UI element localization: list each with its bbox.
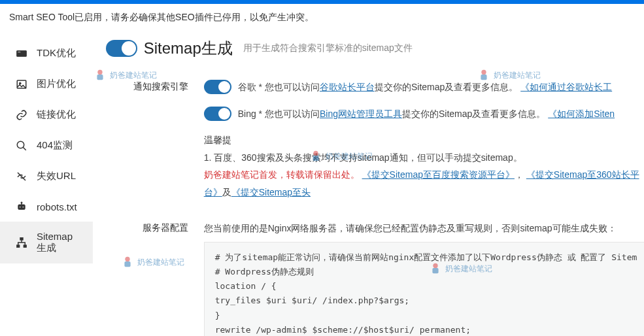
tip2-and: 及 [222, 187, 231, 197]
svg-rect-12 [20, 238, 24, 241]
sidebar-item-image[interactable]: 图片优化 [0, 69, 93, 99]
google-guide-link[interactable]: 《如何通过谷歌站长工 [520, 82, 612, 92]
tip-2-red: 奶爸建站笔记首发，转载请保留出处。 [204, 169, 360, 180]
sidebar-item-label: 404监测 [37, 139, 73, 152]
sidebar-item-label: 图片优化 [37, 78, 76, 90]
svg-rect-13 [17, 245, 20, 248]
sidebar-item-broken-url[interactable]: 失效URL [0, 161, 93, 192]
search-icon [16, 140, 27, 152]
svg-rect-14 [24, 245, 27, 248]
google-suffix: 提交你的Sitemap及查看更多信息。 [375, 82, 518, 92]
svg-point-9 [22, 207, 24, 208]
bing-tools-link[interactable]: Bing网站管理员工具 [320, 109, 402, 119]
bing-guide-link[interactable]: 《如何添加Siten [548, 109, 615, 119]
sidebar-item-label: TDK优化 [37, 47, 76, 59]
sidebar: TDK优化 图片优化 链接优化 404监测 失效URL robots.txt [0, 31, 93, 336]
bing-text: Bing * 您也可以访问Bing网站管理员工具提交你的Sitemap及查看更多… [238, 105, 615, 123]
page-subtitle: 用于生成符合搜索引擎标准的sitemap文件 [243, 42, 413, 54]
svg-point-3 [19, 82, 21, 84]
submit-toutiao-link[interactable]: 《提交Sitemap至头 [231, 187, 311, 197]
sitemap-master-toggle[interactable] [106, 40, 137, 57]
tip2-comma: ， [515, 169, 524, 180]
bing-prefix: Bing * 您也可以访问 [238, 109, 320, 119]
image-icon [16, 78, 27, 90]
sitemap-icon [16, 237, 27, 248]
server-desc: 您当前使用的是Nginx网络服务器，请确保您已经配置伪静态及重写规则，否则sit… [204, 220, 644, 237]
sidebar-item-tdk[interactable]: TDK优化 [0, 38, 93, 69]
bing-suffix: 提交你的Sitemap及查看更多信息。 [402, 109, 545, 119]
svg-point-11 [21, 202, 22, 203]
google-prefix: 谷歌 * 您也可以访问 [238, 82, 320, 92]
notify-section-label: 通知搜索引擎 [106, 78, 204, 93]
tips-title: 温馨提 [204, 131, 644, 149]
broken-link-icon [16, 171, 27, 182]
nginx-config-code: # 为了sitemap能正常访问，请确保当前网站nginx配置文件添加了以下Wo… [204, 242, 644, 336]
notice-banner: Smart SEO Tool已启用，请务必确保其他SEO插件已停用，以免产生冲突… [0, 4, 644, 31]
google-text: 谷歌 * 您也可以访问谷歌站长平台提交你的Sitemap及查看更多信息。 《如何… [238, 78, 612, 96]
page-title: Sitemap生成 [144, 38, 233, 59]
sidebar-item-label: 链接优化 [37, 109, 76, 121]
svg-point-8 [20, 207, 21, 208]
sidebar-item-link[interactable]: 链接优化 [0, 99, 93, 130]
tip-1: 1. 百度、360搜索及头条搜索均不支持sitemap通知，但可以手动提交sit… [204, 149, 644, 167]
google-toggle[interactable] [204, 80, 231, 94]
svg-rect-1 [18, 52, 21, 53]
sidebar-item-label: 失效URL [37, 170, 76, 182]
svg-line-5 [23, 147, 26, 150]
sidebar-item-sitemap[interactable]: Sitemap生成 [0, 222, 93, 263]
sidebar-item-404[interactable]: 404监测 [0, 130, 93, 161]
tip-2: 奶爸建站笔记首发，转载请保留出处。 《提交Sitemap至百度搜索资源平台》， … [204, 166, 644, 201]
link-icon [16, 109, 27, 121]
sidebar-item-label: Sitemap生成 [37, 231, 77, 254]
main-content: Sitemap生成 用于生成符合搜索引擎标准的sitemap文件 通知搜索引擎 … [93, 31, 644, 336]
bing-toggle[interactable] [204, 107, 231, 121]
robot-icon [16, 201, 27, 212]
server-section-label: 服务器配置 [106, 220, 204, 234]
google-platform-link[interactable]: 谷歌站长平台 [320, 82, 375, 92]
sidebar-item-robots[interactable]: robots.txt [0, 192, 93, 222]
card-icon [16, 48, 27, 59]
sidebar-item-label: robots.txt [37, 201, 77, 212]
svg-point-4 [17, 141, 24, 148]
submit-baidu-link[interactable]: 《提交Sitemap至百度搜索资源平台》 [362, 169, 515, 180]
